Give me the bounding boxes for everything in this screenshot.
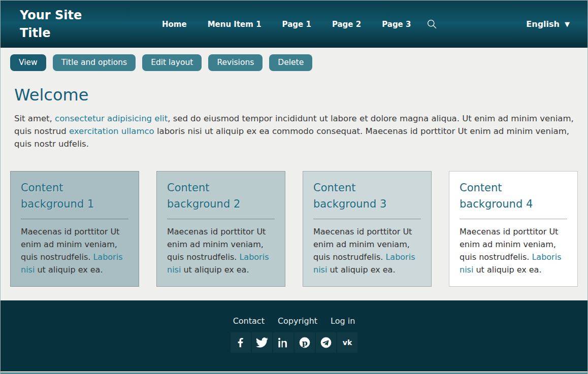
content-card-2: Content background 2 Maecenas id porttit…: [156, 171, 285, 287]
card-text: ut aliquip ex ea.: [327, 265, 395, 275]
footer-links: Contact Copyright Log in: [233, 316, 355, 326]
card-title: Content background 4: [460, 180, 567, 212]
caret-down-icon: ▼: [565, 21, 570, 27]
footer-link-contact[interactable]: Contact: [233, 316, 265, 326]
card-divider: [21, 219, 128, 219]
nav-item-page-3[interactable]: Page 3: [382, 20, 411, 29]
search-icon[interactable]: [427, 19, 437, 29]
card-body: Maecenas id porttitor Ut enim ad minim v…: [313, 226, 421, 276]
card-title: Content background 3: [313, 180, 421, 212]
card-title: Content background 2: [167, 180, 275, 212]
tab-view[interactable]: View: [10, 54, 46, 71]
facebook-icon[interactable]: [231, 332, 251, 353]
card-divider: [460, 219, 567, 219]
nav-item-menu-item-1[interactable]: Menu Item 1: [208, 20, 262, 29]
tab-title-and-options[interactable]: Title and options: [53, 54, 136, 71]
admin-tabs: View Title and options Edit layout Revis…: [1, 48, 587, 71]
telegram-icon[interactable]: [316, 332, 336, 353]
svg-text:p: p: [302, 338, 308, 348]
bottom-strip-teal: [1, 372, 587, 373]
footer-link-copyright[interactable]: Copyright: [278, 316, 317, 326]
nav-item-page-1[interactable]: Page 1: [282, 20, 311, 29]
site-title[interactable]: Your Site Title: [20, 7, 97, 42]
site-footer: Contact Copyright Log in: [1, 300, 587, 371]
main-nav: Home Menu Item 1 Page 1 Page 2 Page 3: [162, 20, 411, 29]
card-text: ut aliquip ex ea.: [473, 265, 541, 275]
tab-delete[interactable]: Delete: [269, 54, 312, 71]
nav-item-page-2[interactable]: Page 2: [332, 20, 361, 29]
footer-link-log-in[interactable]: Log in: [331, 316, 355, 326]
content-card-3: Content background 3 Maecenas id porttit…: [303, 171, 432, 287]
social-icons-row: p vk: [231, 332, 357, 353]
language-label: English: [526, 19, 560, 29]
card-divider: [313, 219, 421, 219]
tab-revisions[interactable]: Revisions: [208, 54, 263, 71]
twitter-icon[interactable]: [252, 332, 272, 353]
tab-edit-layout[interactable]: Edit layout: [142, 54, 202, 71]
linkedin-icon[interactable]: [273, 332, 293, 353]
intro-link-1[interactable]: consectetur adipisicing elit: [55, 114, 168, 123]
intro-link-2[interactable]: exercitation ullamco: [69, 126, 154, 136]
intro-text: Sit amet,: [14, 114, 55, 123]
page: Your Site Title Home Menu Item 1 Page 1 …: [0, 0, 588, 374]
site-header: Your Site Title Home Menu Item 1 Page 1 …: [1, 1, 587, 48]
card-body: Maecenas id porttitor Ut enim ad minim v…: [21, 226, 128, 276]
main-content: Welcome Sit amet, consectetur adipisicin…: [1, 71, 587, 300]
pinterest-icon[interactable]: p: [295, 332, 315, 353]
nav-item-home[interactable]: Home: [162, 20, 187, 29]
content-cards: Content background 1 Maecenas id porttit…: [10, 171, 578, 287]
svg-text:vk: vk: [343, 338, 352, 347]
content-card-4: Content background 4 Maecenas id porttit…: [449, 171, 578, 287]
card-text: ut aliquip ex ea.: [181, 265, 249, 275]
content-card-1: Content background 1 Maecenas id porttit…: [10, 171, 139, 287]
card-text: ut aliquip ex ea.: [35, 265, 103, 275]
card-title: Content background 1: [21, 180, 128, 212]
language-switcher[interactable]: English ▼: [526, 19, 570, 29]
vk-icon[interactable]: vk: [337, 332, 357, 353]
card-body: Maecenas id porttitor Ut enim ad minim v…: [167, 226, 275, 276]
intro-paragraph: Sit amet, consectetur adipisicing elit, …: [14, 113, 574, 150]
card-body: Maecenas id porttitor Ut enim ad minim v…: [460, 226, 567, 276]
page-title: Welcome: [14, 85, 578, 105]
card-divider: [167, 219, 275, 219]
